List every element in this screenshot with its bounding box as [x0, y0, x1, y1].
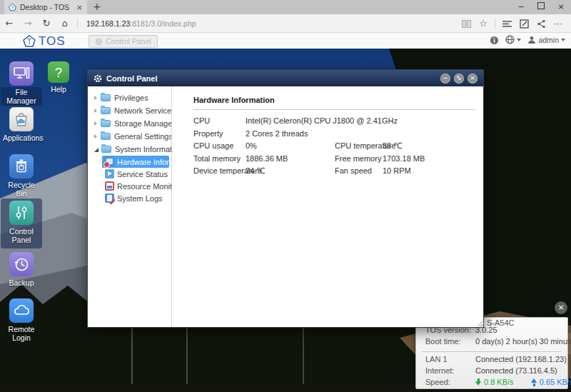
status-row-speed: Speed: 0.8 KB/s 0.65 KB/s	[416, 378, 567, 388]
settings-tree: Privileges Network Services Storage Mana…	[88, 86, 172, 327]
taskbar-item-control-panel[interactable]: Control Panel	[89, 35, 158, 48]
url-host: 192.168.1.23	[86, 19, 130, 28]
language-selector[interactable]	[505, 35, 521, 44]
download-arrow-icon	[475, 378, 482, 386]
browser-minimize-button[interactable]: −	[511, 0, 531, 14]
resource-monitor-icon	[105, 181, 114, 191]
service-status-icon	[105, 169, 114, 179]
more-options-icon[interactable]: ···	[550, 18, 567, 29]
browser-maximize-button[interactable]	[531, 0, 551, 14]
info-value: 2 Cores 2 threads	[246, 129, 308, 138]
applications-icon	[9, 107, 34, 131]
desktop-icon-remote-login[interactable]: Remote Login	[1, 298, 42, 343]
expand-arrow-icon[interactable]	[94, 109, 97, 113]
tree-item-system-logs[interactable]: System Logs	[102, 192, 169, 204]
browser-tab[interactable]: T Desktop - TOS ×	[4, 0, 87, 14]
desktop-icon-label: Applications	[1, 133, 46, 143]
desktop-icon-file-manager[interactable]: File Manager	[1, 61, 42, 106]
upload-arrow-icon	[531, 378, 537, 386]
status-value: Connected (73.116.4.5)	[475, 366, 557, 375]
screen: T Desktop - TOS × + − × ← → ↻ ⌂ 192.168.…	[0, 0, 571, 392]
status-label: Speed:	[425, 378, 450, 386]
tree-item-resource-monitor[interactable]: Resource Monitor	[102, 180, 169, 192]
window-title: Control Panel	[106, 74, 437, 83]
url-field[interactable]: 192.168.1.23:8181/3.0/index.php	[81, 19, 458, 28]
maximize-icon	[537, 2, 545, 9]
system-status-panel: TOS version: 3.0.25 Boot time: 0 day(s) …	[415, 317, 568, 389]
divider	[77, 19, 78, 29]
tree-item-storage-manager[interactable]: Storage Manager	[88, 117, 171, 130]
header-right-tools: admin	[490, 35, 565, 45]
download-speed: 0.8 KB/s	[484, 378, 514, 386]
share-icon[interactable]	[532, 18, 550, 29]
folder-icon	[101, 133, 111, 140]
browser-window-controls: − ×	[511, 0, 571, 14]
tab-title: Desktop - TOS	[20, 3, 73, 11]
window-minimize-button[interactable]: −	[440, 74, 450, 84]
user-menu[interactable]: admin	[527, 36, 565, 44]
info-label: Property	[193, 129, 223, 138]
forward-icon[interactable]: →	[19, 18, 37, 29]
file-manager-icon	[9, 61, 34, 86]
tree-item-system-information[interactable]: System Information	[88, 143, 171, 156]
status-panel-close-button[interactable]: ×	[555, 301, 567, 314]
tree-item-hardware-information[interactable]: Hardware Information	[102, 156, 169, 168]
new-tab-button[interactable]: +	[93, 1, 101, 12]
desktop-icon-help[interactable]: ? Help	[38, 61, 79, 94]
desktop-icon-recycle-bin[interactable]: Recycle Bin	[1, 154, 42, 198]
folder-icon	[101, 120, 111, 127]
info-row-cpu-usage: CPU usage 0% CPU temperature 36 ℃	[172, 141, 483, 154]
window-close-button[interactable]: ×	[468, 74, 477, 84]
folder-icon	[101, 146, 111, 153]
window-titlebar[interactable]: Control Panel − ↔ ×	[88, 70, 483, 86]
tree-item-privileges[interactable]: Privileges	[88, 91, 171, 104]
hardware-information-pane: Hardware Information CPU Intel(R) Celero…	[172, 86, 483, 327]
collapse-arrow-icon[interactable]	[94, 148, 98, 152]
status-row-boot-time: Boot time: 0 day(s) 2 hour(s) 30 minute(…	[416, 337, 567, 347]
hardware-info-table: CPU Intel(R) Celeron(R) CPU J1800 @ 2.41…	[172, 116, 483, 179]
desktop-icon-backup[interactable]: Backup	[1, 252, 42, 288]
status-label: LAN 1	[425, 355, 448, 363]
browser-close-button[interactable]: ×	[551, 0, 571, 14]
gear-icon	[95, 38, 103, 46]
recycle-bin-icon	[9, 154, 34, 179]
tree-item-general-settings[interactable]: General Settings	[88, 130, 171, 143]
expand-arrow-icon[interactable]	[94, 134, 97, 139]
expand-arrow-icon[interactable]	[94, 121, 97, 126]
tab-close-icon[interactable]: ×	[76, 3, 83, 12]
favorites-star-icon[interactable]: ☆	[475, 18, 492, 29]
info-icon[interactable]	[490, 35, 499, 45]
control-panel-icon	[9, 201, 34, 225]
speed-values: 0.8 KB/s 0.65 KB/s	[475, 378, 571, 386]
chevron-down-icon	[517, 39, 521, 41]
info-row-cpu: CPU Intel(R) Celeron(R) CPU J1800 @ 2.41…	[172, 116, 483, 129]
annotate-icon[interactable]	[515, 18, 532, 29]
reading-view-icon[interactable]	[458, 18, 475, 29]
folder-icon	[101, 94, 111, 101]
window-resize-button[interactable]: ↔	[454, 74, 464, 84]
info-label: CPU	[193, 116, 210, 125]
desktop-icon-label: Control Panel	[1, 226, 42, 245]
refresh-icon[interactable]: ↻	[37, 18, 56, 29]
status-value: 0 day(s) 2 hour(s) 30 minute(s)	[475, 337, 571, 346]
info-row-temperature-fan: Device temperature 24 ℃ Fan speed 10 RPM	[172, 166, 483, 179]
hub-icon[interactable]	[498, 18, 515, 29]
system-logs-icon	[105, 194, 114, 203]
desktop-icon-control-panel[interactable]: Control Panel	[1, 198, 42, 248]
tree-item-label: Service Status	[117, 170, 168, 179]
status-row-lan1: LAN 1 Connected (192.168.1.23)	[416, 355, 567, 365]
info-value: 24 ℃	[246, 166, 266, 176]
tree-item-service-status[interactable]: Service Status	[102, 168, 169, 180]
home-icon[interactable]: ⌂	[56, 18, 74, 29]
back-icon[interactable]: ←	[0, 18, 19, 29]
expand-arrow-icon[interactable]	[94, 96, 97, 100]
info-row-memory: Total memory 1886.36 MB Free memory 1703…	[172, 154, 483, 167]
url-path: :8181/3.0/index.php	[130, 19, 196, 28]
tree-item-network-services[interactable]: Network Services	[88, 104, 171, 117]
browser-address-bar: ← → ↻ ⌂ 192.168.1.23:8181/3.0/index.php …	[0, 14, 571, 32]
desktop-icon-applications[interactable]: Applications	[1, 107, 42, 143]
info-label: Free memory	[335, 154, 381, 163]
info-label: CPU usage	[193, 141, 233, 150]
tree-item-label: System Information	[115, 145, 172, 154]
user-icon	[527, 36, 536, 44]
